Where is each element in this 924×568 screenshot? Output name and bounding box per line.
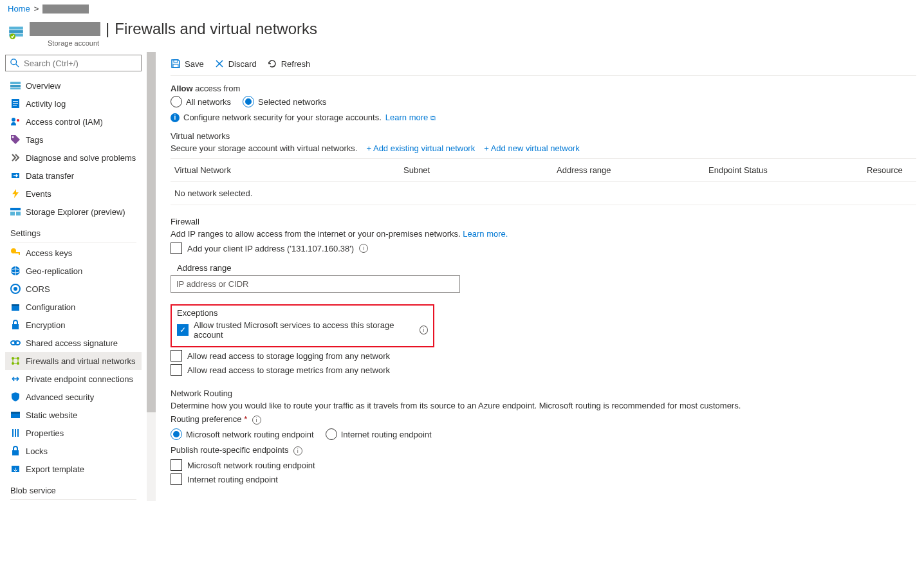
- radio-selected-networks[interactable]: Selected networks: [243, 96, 326, 107]
- publish-ms-endpoint-checkbox[interactable]: Microsoft network routing endpoint: [171, 459, 916, 471]
- nav-static-website[interactable]: Static website: [5, 406, 142, 424]
- network-security-info: i Configure network security for your st…: [171, 113, 916, 122]
- search-input[interactable]: [24, 59, 137, 68]
- radio-icon: [326, 428, 337, 440]
- nav-firewalls[interactable]: Firewalls and virtual networks: [5, 352, 142, 370]
- address-range-label: Address range: [177, 263, 916, 273]
- nav-encryption[interactable]: Encryption: [5, 316, 142, 334]
- trusted-services-checkbox[interactable]: ✓ Allow trusted Microsoft services to ac…: [177, 320, 428, 340]
- nav-label: Advanced security: [26, 392, 94, 402]
- svg-rect-12: [13, 105, 17, 105]
- virtual-networks-title: Virtual networks: [171, 131, 916, 141]
- table-empty-state: No network selected.: [171, 182, 916, 205]
- page-title: Firewalls and virtual networks: [115, 20, 317, 38]
- add-existing-vnet-link[interactable]: + Add existing virtual network: [366, 143, 475, 153]
- page-subtitle: Storage account: [48, 39, 317, 47]
- refresh-button[interactable]: Refresh: [267, 59, 311, 69]
- nav-label: Access keys: [26, 248, 72, 258]
- checkbox-label: Internet routing endpoint: [187, 475, 278, 484]
- info-icon[interactable]: i: [293, 446, 302, 455]
- nav-label: Storage Explorer (preview): [26, 207, 125, 217]
- checkbox-icon: [171, 473, 182, 485]
- nav-geo-replication[interactable]: Geo-replication: [5, 262, 142, 280]
- svg-rect-11: [13, 103, 18, 104]
- virtual-networks-table: Virtual Network Subnet Address range End…: [171, 158, 916, 205]
- col-resource: Resource: [867, 165, 912, 175]
- publish-internet-endpoint-checkbox[interactable]: Internet routing endpoint: [171, 473, 916, 485]
- svg-point-4: [11, 59, 17, 65]
- svg-rect-7: [10, 85, 21, 87]
- radio-all-networks[interactable]: All networks: [171, 96, 231, 107]
- configuration-icon: [10, 302, 21, 312]
- nav-configuration[interactable]: Configuration: [5, 298, 142, 316]
- svg-point-14: [17, 119, 19, 122]
- checkbox-label: Add your client IP address ('131.107.160…: [187, 244, 354, 253]
- checkbox-icon: [171, 350, 182, 362]
- nav-properties[interactable]: Properties: [5, 424, 142, 442]
- exceptions-title: Exceptions: [177, 308, 428, 318]
- logging-access-checkbox[interactable]: Allow read access to storage logging fro…: [171, 350, 916, 362]
- nav-cors[interactable]: CORS: [5, 280, 142, 298]
- info-icon[interactable]: i: [359, 244, 368, 253]
- nav-events[interactable]: Events: [5, 185, 142, 203]
- firewall-learn-more-link[interactable]: Learn more.: [463, 229, 508, 239]
- learn-more-link[interactable]: Learn more ⧉: [385, 113, 436, 122]
- nav-locks[interactable]: Locks: [5, 442, 142, 460]
- nav-sas[interactable]: Shared access signature: [5, 334, 142, 352]
- lock-icon: [10, 320, 21, 330]
- access-control-icon: [10, 116, 21, 127]
- metrics-access-checkbox[interactable]: Allow read access to storage metrics fro…: [171, 364, 916, 376]
- nav-label: Encryption: [26, 320, 65, 330]
- nav-storage-explorer[interactable]: Storage Explorer (preview): [5, 203, 142, 221]
- radio-internet-routing[interactable]: Internet routing endpoint: [326, 428, 432, 440]
- checkbox-label: Allow trusted Microsoft services to acce…: [194, 320, 414, 340]
- checkbox-icon: ✓: [177, 324, 189, 336]
- overview-icon: [10, 80, 21, 91]
- access-from-label: Allow access from: [171, 84, 916, 93]
- svg-point-13: [12, 118, 15, 122]
- publish-endpoints-label: Publish route-specific endpoints: [171, 445, 289, 455]
- diagnose-icon: [10, 152, 21, 163]
- nav-diagnose[interactable]: Diagnose and solve problems: [5, 149, 142, 167]
- add-client-ip-checkbox[interactable]: Add your client IP address ('131.107.160…: [171, 243, 916, 254]
- discard-button[interactable]: Discard: [214, 59, 257, 69]
- col-endpoint-status: Endpoint Status: [708, 165, 867, 175]
- add-new-vnet-link[interactable]: + Add new virtual network: [484, 143, 580, 153]
- nav-tags[interactable]: Tags: [5, 131, 142, 149]
- radio-ms-routing[interactable]: Microsoft network routing endpoint: [171, 428, 314, 440]
- address-range-input[interactable]: [171, 275, 460, 293]
- info-icon[interactable]: i: [252, 416, 261, 425]
- breadcrumb-resource-redacted: [42, 5, 89, 14]
- nav-overview[interactable]: Overview: [5, 77, 142, 95]
- nav-export-template[interactable]: Export template: [5, 460, 142, 478]
- nav-access-control[interactable]: Access control (IAM): [5, 113, 142, 131]
- nav-data-transfer[interactable]: Data transfer: [5, 167, 142, 185]
- breadcrumb-home[interactable]: Home: [8, 4, 30, 14]
- nav-access-keys[interactable]: Access keys: [5, 244, 142, 262]
- svg-rect-8: [10, 88, 21, 89]
- nav-group-blob: Blob service: [5, 478, 142, 498]
- breadcrumb-sep: >: [34, 4, 39, 14]
- nav-activity-log[interactable]: Activity log: [5, 95, 142, 113]
- cors-icon: [10, 284, 21, 294]
- lock-icon: [10, 446, 21, 456]
- required-indicator: *: [244, 414, 247, 424]
- svg-rect-22: [19, 252, 20, 255]
- info-icon[interactable]: i: [420, 325, 428, 334]
- nav-label: Firewalls and virtual networks: [26, 356, 136, 366]
- sidebar-scrollbar[interactable]: [147, 52, 156, 501]
- firewall-desc: Add IP ranges to allow access from the i…: [171, 229, 461, 239]
- table-header: Virtual Network Subnet Address range End…: [171, 159, 916, 182]
- save-button[interactable]: Save: [171, 59, 204, 69]
- nav-private-endpoint[interactable]: Private endpoint connections: [5, 370, 142, 388]
- sidebar-search[interactable]: [5, 55, 142, 71]
- firewall-title: Firewall: [171, 217, 916, 226]
- nav-group-settings: Settings: [5, 221, 142, 241]
- search-icon: [10, 58, 20, 68]
- properties-icon: [10, 428, 21, 438]
- svg-rect-42: [12, 450, 19, 455]
- nav-advanced-security[interactable]: Advanced security: [5, 388, 142, 406]
- radio-icon: [243, 96, 254, 107]
- svg-rect-19: [16, 212, 21, 215]
- breadcrumb: Home >: [0, 0, 924, 17]
